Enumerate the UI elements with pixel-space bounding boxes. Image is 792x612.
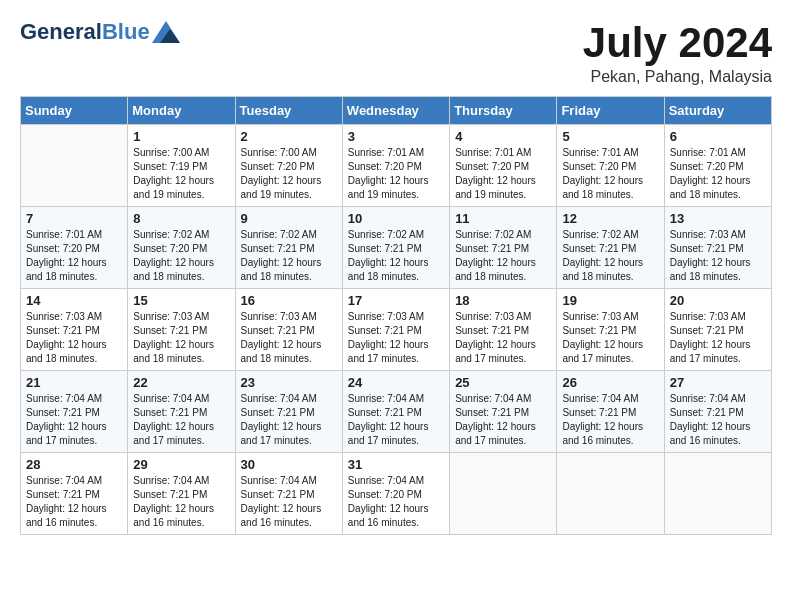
- day-number: 8: [133, 211, 229, 226]
- day-number: 13: [670, 211, 766, 226]
- day-number: 9: [241, 211, 337, 226]
- weekday-header-row: SundayMondayTuesdayWednesdayThursdayFrid…: [21, 97, 772, 125]
- day-number: 23: [241, 375, 337, 390]
- day-info: Sunrise: 7:03 AM Sunset: 7:21 PM Dayligh…: [133, 310, 229, 366]
- logo-icon: [152, 21, 180, 43]
- day-info: Sunrise: 7:02 AM Sunset: 7:21 PM Dayligh…: [241, 228, 337, 284]
- calendar-cell: 26Sunrise: 7:04 AM Sunset: 7:21 PM Dayli…: [557, 371, 664, 453]
- day-info: Sunrise: 7:04 AM Sunset: 7:21 PM Dayligh…: [241, 392, 337, 448]
- title-block: July 2024 Pekan, Pahang, Malaysia: [583, 20, 772, 86]
- weekday-header-monday: Monday: [128, 97, 235, 125]
- calendar-cell: [21, 125, 128, 207]
- calendar-cell: [664, 453, 771, 535]
- calendar-cell: 20Sunrise: 7:03 AM Sunset: 7:21 PM Dayli…: [664, 289, 771, 371]
- calendar-cell: 29Sunrise: 7:04 AM Sunset: 7:21 PM Dayli…: [128, 453, 235, 535]
- day-number: 6: [670, 129, 766, 144]
- day-number: 26: [562, 375, 658, 390]
- day-number: 1: [133, 129, 229, 144]
- calendar-cell: 10Sunrise: 7:02 AM Sunset: 7:21 PM Dayli…: [342, 207, 449, 289]
- weekday-header-saturday: Saturday: [664, 97, 771, 125]
- day-info: Sunrise: 7:03 AM Sunset: 7:21 PM Dayligh…: [348, 310, 444, 366]
- day-number: 25: [455, 375, 551, 390]
- calendar-cell: 15Sunrise: 7:03 AM Sunset: 7:21 PM Dayli…: [128, 289, 235, 371]
- day-info: Sunrise: 7:02 AM Sunset: 7:21 PM Dayligh…: [562, 228, 658, 284]
- calendar-cell: 25Sunrise: 7:04 AM Sunset: 7:21 PM Dayli…: [450, 371, 557, 453]
- day-info: Sunrise: 7:04 AM Sunset: 7:21 PM Dayligh…: [455, 392, 551, 448]
- day-info: Sunrise: 7:04 AM Sunset: 7:21 PM Dayligh…: [133, 392, 229, 448]
- calendar-week-row: 1Sunrise: 7:00 AM Sunset: 7:19 PM Daylig…: [21, 125, 772, 207]
- calendar-cell: 1Sunrise: 7:00 AM Sunset: 7:19 PM Daylig…: [128, 125, 235, 207]
- calendar-cell: 5Sunrise: 7:01 AM Sunset: 7:20 PM Daylig…: [557, 125, 664, 207]
- day-info: Sunrise: 7:04 AM Sunset: 7:21 PM Dayligh…: [26, 474, 122, 530]
- day-number: 3: [348, 129, 444, 144]
- location: Pekan, Pahang, Malaysia: [583, 68, 772, 86]
- page-header: GeneralBlue July 2024 Pekan, Pahang, Mal…: [20, 20, 772, 86]
- day-number: 20: [670, 293, 766, 308]
- calendar-week-row: 21Sunrise: 7:04 AM Sunset: 7:21 PM Dayli…: [21, 371, 772, 453]
- weekday-header-wednesday: Wednesday: [342, 97, 449, 125]
- month-title: July 2024: [583, 20, 772, 66]
- calendar-cell: 22Sunrise: 7:04 AM Sunset: 7:21 PM Dayli…: [128, 371, 235, 453]
- calendar-cell: 28Sunrise: 7:04 AM Sunset: 7:21 PM Dayli…: [21, 453, 128, 535]
- calendar-cell: 13Sunrise: 7:03 AM Sunset: 7:21 PM Dayli…: [664, 207, 771, 289]
- calendar-cell: 21Sunrise: 7:04 AM Sunset: 7:21 PM Dayli…: [21, 371, 128, 453]
- calendar-cell: 19Sunrise: 7:03 AM Sunset: 7:21 PM Dayli…: [557, 289, 664, 371]
- day-info: Sunrise: 7:03 AM Sunset: 7:21 PM Dayligh…: [26, 310, 122, 366]
- calendar-cell: 8Sunrise: 7:02 AM Sunset: 7:20 PM Daylig…: [128, 207, 235, 289]
- calendar-week-row: 7Sunrise: 7:01 AM Sunset: 7:20 PM Daylig…: [21, 207, 772, 289]
- day-number: 10: [348, 211, 444, 226]
- day-info: Sunrise: 7:01 AM Sunset: 7:20 PM Dayligh…: [26, 228, 122, 284]
- day-info: Sunrise: 7:04 AM Sunset: 7:21 PM Dayligh…: [241, 474, 337, 530]
- day-info: Sunrise: 7:01 AM Sunset: 7:20 PM Dayligh…: [562, 146, 658, 202]
- day-info: Sunrise: 7:00 AM Sunset: 7:19 PM Dayligh…: [133, 146, 229, 202]
- calendar-cell: 23Sunrise: 7:04 AM Sunset: 7:21 PM Dayli…: [235, 371, 342, 453]
- calendar-cell: 7Sunrise: 7:01 AM Sunset: 7:20 PM Daylig…: [21, 207, 128, 289]
- day-info: Sunrise: 7:03 AM Sunset: 7:21 PM Dayligh…: [455, 310, 551, 366]
- weekday-header-tuesday: Tuesday: [235, 97, 342, 125]
- day-info: Sunrise: 7:01 AM Sunset: 7:20 PM Dayligh…: [670, 146, 766, 202]
- day-info: Sunrise: 7:04 AM Sunset: 7:20 PM Dayligh…: [348, 474, 444, 530]
- day-info: Sunrise: 7:00 AM Sunset: 7:20 PM Dayligh…: [241, 146, 337, 202]
- day-info: Sunrise: 7:01 AM Sunset: 7:20 PM Dayligh…: [348, 146, 444, 202]
- calendar-cell: 30Sunrise: 7:04 AM Sunset: 7:21 PM Dayli…: [235, 453, 342, 535]
- calendar-cell: 9Sunrise: 7:02 AM Sunset: 7:21 PM Daylig…: [235, 207, 342, 289]
- day-number: 30: [241, 457, 337, 472]
- weekday-header-friday: Friday: [557, 97, 664, 125]
- day-info: Sunrise: 7:03 AM Sunset: 7:21 PM Dayligh…: [670, 310, 766, 366]
- calendar-cell: [450, 453, 557, 535]
- calendar-cell: 2Sunrise: 7:00 AM Sunset: 7:20 PM Daylig…: [235, 125, 342, 207]
- day-number: 15: [133, 293, 229, 308]
- logo-text: GeneralBlue: [20, 20, 150, 44]
- calendar-cell: [557, 453, 664, 535]
- day-number: 22: [133, 375, 229, 390]
- calendar-cell: 24Sunrise: 7:04 AM Sunset: 7:21 PM Dayli…: [342, 371, 449, 453]
- day-number: 29: [133, 457, 229, 472]
- day-number: 2: [241, 129, 337, 144]
- day-info: Sunrise: 7:03 AM Sunset: 7:21 PM Dayligh…: [670, 228, 766, 284]
- calendar-cell: 17Sunrise: 7:03 AM Sunset: 7:21 PM Dayli…: [342, 289, 449, 371]
- calendar-cell: 11Sunrise: 7:02 AM Sunset: 7:21 PM Dayli…: [450, 207, 557, 289]
- day-info: Sunrise: 7:02 AM Sunset: 7:20 PM Dayligh…: [133, 228, 229, 284]
- day-number: 19: [562, 293, 658, 308]
- day-number: 24: [348, 375, 444, 390]
- calendar-cell: 27Sunrise: 7:04 AM Sunset: 7:21 PM Dayli…: [664, 371, 771, 453]
- day-info: Sunrise: 7:02 AM Sunset: 7:21 PM Dayligh…: [348, 228, 444, 284]
- day-number: 27: [670, 375, 766, 390]
- day-info: Sunrise: 7:02 AM Sunset: 7:21 PM Dayligh…: [455, 228, 551, 284]
- day-info: Sunrise: 7:03 AM Sunset: 7:21 PM Dayligh…: [562, 310, 658, 366]
- day-info: Sunrise: 7:04 AM Sunset: 7:21 PM Dayligh…: [670, 392, 766, 448]
- day-info: Sunrise: 7:01 AM Sunset: 7:20 PM Dayligh…: [455, 146, 551, 202]
- logo: GeneralBlue: [20, 20, 180, 44]
- day-number: 16: [241, 293, 337, 308]
- calendar-cell: 16Sunrise: 7:03 AM Sunset: 7:21 PM Dayli…: [235, 289, 342, 371]
- calendar-cell: 3Sunrise: 7:01 AM Sunset: 7:20 PM Daylig…: [342, 125, 449, 207]
- day-number: 11: [455, 211, 551, 226]
- calendar-table: SundayMondayTuesdayWednesdayThursdayFrid…: [20, 96, 772, 535]
- weekday-header-thursday: Thursday: [450, 97, 557, 125]
- calendar-cell: 18Sunrise: 7:03 AM Sunset: 7:21 PM Dayli…: [450, 289, 557, 371]
- calendar-cell: 6Sunrise: 7:01 AM Sunset: 7:20 PM Daylig…: [664, 125, 771, 207]
- day-number: 4: [455, 129, 551, 144]
- day-number: 28: [26, 457, 122, 472]
- day-info: Sunrise: 7:04 AM Sunset: 7:21 PM Dayligh…: [348, 392, 444, 448]
- day-info: Sunrise: 7:04 AM Sunset: 7:21 PM Dayligh…: [26, 392, 122, 448]
